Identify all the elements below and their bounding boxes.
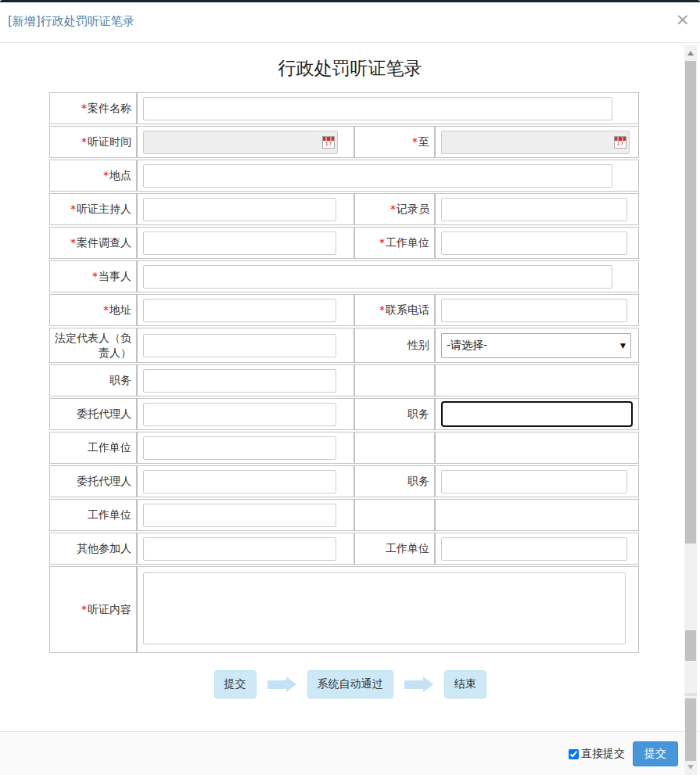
modal-title: [新增]行政处罚听证笔录 [8,14,135,29]
required-asterisk: * [70,236,76,249]
empty-cell [354,364,435,396]
legal-representative-label: 法定代表人（负责人） [49,328,137,363]
required-asterisk: * [379,236,385,249]
location-input[interactable] [143,164,612,188]
legal-rep-position-input[interactable] [143,369,336,393]
required-asterisk: * [81,603,87,615]
agent2-unit-input[interactable] [143,504,336,527]
hearing-content-label: *听证内容 [49,566,137,653]
submit-button[interactable]: 提交 [633,741,678,766]
scrollbar-thumb[interactable] [685,698,696,761]
investigator-label: *案件调查人 [49,227,137,259]
agent2-position-input[interactable] [441,470,627,493]
required-asterisk: * [92,270,98,282]
legal-representative-input[interactable] [143,334,336,357]
row-investigator-unit: *案件调查人 *工作单位 [49,227,639,259]
agent2-label: 委托代理人 [49,465,137,497]
row-address-phone: *地址 *联系电话 [49,294,639,326]
row-agent1-unit: 工作单位 [49,432,639,464]
workflow-diagram: 提交 系统自动通过 结束 [0,670,700,698]
empty-cell [435,364,639,396]
calendar-icon[interactable]: 17 [614,136,626,149]
required-asterisk: * [379,303,385,316]
other-participant-unit-label: 工作单位 [354,533,435,565]
location-label: *地点 [49,160,137,192]
row-party: *当事人 [49,260,639,292]
investigator-unit-label: *工作单位 [354,227,435,259]
form-title: 行政处罚听证笔录 [0,56,700,81]
agent1-unit-label: 工作单位 [49,432,137,464]
gender-select-value: -请选择- [447,339,487,353]
direct-submit-option[interactable]: 直接提交 [569,747,625,761]
host-input[interactable] [143,198,336,221]
required-asterisk: * [390,203,396,215]
new-hearing-record-modal: [新增]行政处罚听证笔录 × 行政处罚听证笔录 *案件名称 *听证时间 17 *… [0,0,700,775]
case-name-label: *案件名称 [49,92,137,124]
agent1-position-input[interactable] [441,401,633,427]
gender-select[interactable]: -请选择- ▼ [441,333,631,358]
hearing-end-date-input[interactable] [441,131,630,154]
scrollbar-thumb[interactable] [685,630,696,661]
gender-label: 性别 [354,328,435,363]
hearing-time-label: *听证时间 [49,126,137,158]
required-asterisk: * [81,135,87,148]
workflow-step-submit: 提交 [214,670,257,698]
other-participant-input[interactable] [143,537,336,561]
scrollbar[interactable] [684,45,697,775]
row-other-participant: 其他参加人 工作单位 [49,533,639,565]
hearing-start-date-input[interactable] [143,131,338,154]
calendar-icon[interactable]: 17 [322,136,335,149]
empty-cell [435,499,639,531]
other-participant-label: 其他参加人 [49,533,137,565]
agent2-input[interactable] [143,470,336,493]
modal-footer: 直接提交 提交 [0,731,700,775]
empty-cell [354,499,435,531]
agent2-position-label: 职务 [354,465,435,497]
agent1-unit-input[interactable] [143,436,336,460]
direct-submit-label: 直接提交 [581,747,625,761]
row-agent2-unit: 工作单位 [49,499,639,531]
close-icon[interactable]: × [676,11,690,28]
row-host-recorder: *听证主持人 *记录员 [49,193,639,225]
hearing-record-form-table: *案件名称 *听证时间 17 *至 17 *地点 [49,91,639,655]
dropdown-arrow-icon: ▼ [620,342,626,350]
phone-label: *联系电话 [354,294,435,326]
agent1-label: 委托代理人 [49,398,137,430]
investigator-unit-input[interactable] [441,231,627,255]
row-hearing-content: *听证内容 [49,566,639,653]
party-input[interactable] [143,265,612,289]
other-participant-unit-input[interactable] [441,537,627,561]
required-asterisk: * [412,135,418,148]
scrollbar-up-arrow-icon[interactable] [684,47,697,59]
empty-cell [435,432,639,464]
workflow-step-end: 结束 [444,670,486,698]
required-asterisk: * [103,169,109,181]
agent1-input[interactable] [143,403,336,426]
modal-header: [新增]行政处罚听证笔录 × [0,2,700,43]
host-label: *听证主持人 [49,193,137,225]
address-label: *地址 [49,294,137,326]
empty-cell [354,432,435,464]
recorder-input[interactable] [441,198,627,221]
recorder-label: *记录员 [354,193,435,225]
hearing-content-textarea[interactable] [143,572,626,644]
agent2-unit-label: 工作单位 [49,499,137,531]
phone-input[interactable] [441,299,627,322]
address-input[interactable] [143,299,336,322]
party-label: *当事人 [49,260,137,292]
row-case-name: *案件名称 [49,92,639,124]
row-location: *地点 [49,160,639,192]
arrow-right-icon [404,676,433,692]
row-agent1: 委托代理人 职务 [49,398,639,430]
required-asterisk: * [81,102,87,114]
direct-submit-checkbox[interactable] [569,749,579,759]
scrollbar-down-arrow-icon[interactable] [684,761,697,773]
agent1-position-label: 职务 [354,398,435,430]
investigator-input[interactable] [143,231,336,255]
arrow-right-icon [267,676,296,692]
scrollbar-thumb[interactable] [685,61,696,544]
hearing-time-to-label: *至 [354,126,435,158]
case-name-input[interactable] [143,97,612,120]
required-asterisk: * [70,203,76,215]
row-legal-rep-position: 职务 [49,364,639,396]
